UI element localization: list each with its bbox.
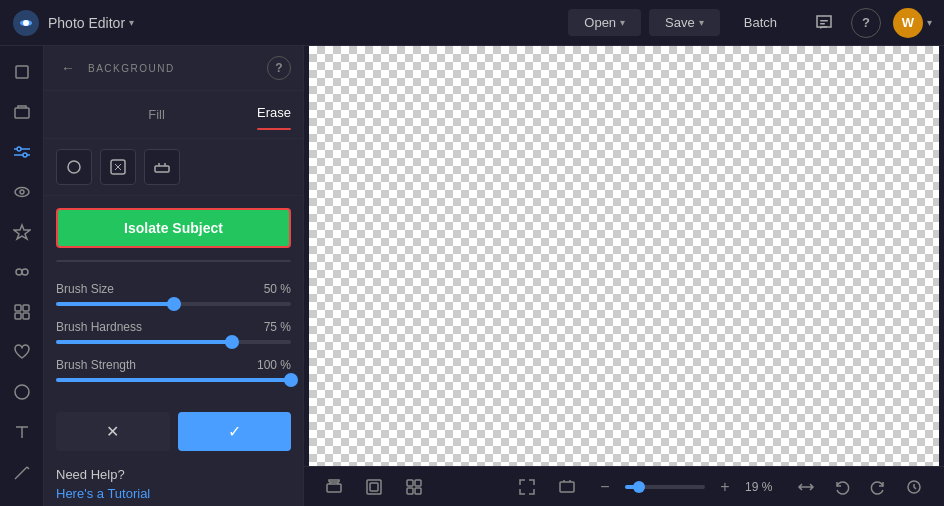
star-icon-button[interactable] [4, 214, 40, 250]
svg-rect-5 [15, 108, 29, 118]
grid-view-icon-button[interactable] [400, 473, 428, 501]
background-panel: ← BACKGROUND ? Fill Erase Isolate S [44, 46, 304, 506]
svg-marker-14 [14, 225, 30, 239]
panel-help-button[interactable]: ? [267, 56, 291, 80]
zoom-slider[interactable] [625, 485, 705, 489]
heart-icon-button[interactable] [4, 334, 40, 370]
brush-hardness-row: Brush Hardness 75 % [56, 320, 291, 344]
icon-sidebar [0, 46, 44, 506]
svg-rect-33 [415, 480, 421, 486]
undo-icon-button[interactable] [828, 473, 856, 501]
open-chevron: ▾ [620, 17, 625, 28]
confirm-button[interactable]: ✓ [178, 412, 292, 451]
svg-rect-34 [407, 488, 413, 494]
svg-rect-35 [415, 488, 421, 494]
brush-hardness-value: 75 % [264, 320, 291, 334]
brush-hardness-slider[interactable] [56, 340, 291, 344]
svg-rect-32 [407, 480, 413, 486]
brush-icon-button[interactable] [4, 454, 40, 490]
avatar-wrapper[interactable]: W ▾ [893, 8, 932, 38]
panel-title: BACKGROUND [88, 63, 259, 74]
panel-tools [44, 139, 303, 196]
svg-rect-19 [15, 313, 21, 319]
zoom-out-button[interactable]: − [593, 475, 617, 499]
chat-icon-button[interactable] [809, 8, 839, 38]
svg-point-15 [16, 269, 22, 275]
history-icon-button[interactable] [900, 473, 928, 501]
user-avatar: W [893, 8, 923, 38]
batch-button[interactable]: Batch [728, 9, 793, 36]
flip-icon-button[interactable] [792, 473, 820, 501]
shape-icon-button[interactable] [4, 374, 40, 410]
brush-size-label: Brush Size [56, 282, 114, 296]
brush-size-row: Brush Size 50 % [56, 282, 291, 306]
effects-icon-button[interactable] [4, 254, 40, 290]
crop-icon-button[interactable] [4, 54, 40, 90]
topbar: Photo Editor ▾ Open ▾ Save ▾ Batch ? W ▾ [0, 0, 944, 46]
brush-strength-fill [56, 378, 291, 382]
svg-point-1 [23, 20, 29, 26]
app-logo [12, 9, 40, 37]
zoom-in-button[interactable]: + [713, 475, 737, 499]
app-title-button[interactable]: Photo Editor ▾ [48, 15, 134, 31]
eye-icon-button[interactable] [4, 174, 40, 210]
save-button[interactable]: Save ▾ [649, 9, 720, 36]
zoom-slider-thumb[interactable] [633, 481, 645, 493]
grid-icon-button[interactable] [4, 294, 40, 330]
topbar-center: Open ▾ Save ▾ Batch [568, 9, 793, 36]
brush-strength-thumb[interactable] [284, 373, 298, 387]
expand-icon-button[interactable] [513, 473, 541, 501]
help-icon-button[interactable]: ? [851, 8, 881, 38]
tab-fill[interactable]: Fill [56, 99, 257, 130]
panel-actions: ✕ ✓ [56, 412, 291, 451]
svg-rect-30 [367, 480, 381, 494]
open-label: Open [584, 15, 616, 30]
slider-section: Brush Size 50 % Brush Hardness 75 % [44, 274, 303, 404]
bottom-right-icons [792, 473, 928, 501]
save-chevron: ▾ [699, 17, 704, 28]
text-icon-button[interactable] [4, 414, 40, 450]
app-title-chevron: ▾ [129, 17, 134, 28]
brush-hardness-label-row: Brush Hardness 75 % [56, 320, 291, 334]
brush-size-thumb[interactable] [167, 297, 181, 311]
avatar-chevron: ▾ [927, 17, 932, 28]
cancel-button[interactable]: ✕ [56, 412, 170, 451]
frame-icon-button[interactable] [360, 473, 388, 501]
brush-hardness-thumb[interactable] [225, 335, 239, 349]
adjustments-icon-button[interactable] [4, 134, 40, 170]
keep-remove-toggle: Keep Remove [56, 260, 291, 262]
help-link[interactable]: Here's a Tutorial [56, 486, 291, 501]
brush-circle-tool-button[interactable] [56, 149, 92, 185]
fullscreen-icon-button[interactable] [553, 473, 581, 501]
brush-strength-slider[interactable] [56, 378, 291, 382]
panel-back-button[interactable]: ← [56, 56, 80, 80]
svg-rect-18 [23, 305, 29, 311]
svg-point-21 [15, 385, 29, 399]
erase-tool-button[interactable] [144, 149, 180, 185]
svg-point-13 [20, 190, 24, 194]
layers-bottom-icon-button[interactable] [320, 473, 348, 501]
tab-erase[interactable]: Erase [257, 99, 291, 126]
topbar-right: ? W ▾ [809, 8, 932, 38]
open-button[interactable]: Open ▾ [568, 9, 641, 36]
redo-icon-button[interactable] [864, 473, 892, 501]
brush-strength-label-row: Brush Strength 100 % [56, 358, 291, 372]
isolate-subject-button[interactable]: Isolate Subject [56, 208, 291, 248]
brush-size-label-row: Brush Size 50 % [56, 282, 291, 296]
canvas[interactable] [309, 46, 939, 466]
svg-rect-28 [155, 166, 169, 172]
brush-size-value: 50 % [264, 282, 291, 296]
panel-header: ← BACKGROUND ? [44, 46, 303, 91]
canvas-area: − + 19 % [304, 46, 944, 506]
remove-button[interactable]: Remove [177, 261, 291, 262]
smart-brush-tool-button[interactable] [100, 149, 136, 185]
brush-size-slider[interactable] [56, 302, 291, 306]
svg-point-26 [68, 161, 80, 173]
svg-line-25 [27, 467, 29, 469]
layers-icon-button[interactable] [4, 94, 40, 130]
save-label: Save [665, 15, 695, 30]
svg-rect-2 [820, 20, 828, 22]
brush-strength-value: 100 % [257, 358, 291, 372]
erase-underline [257, 128, 291, 130]
panel-help: Need Help? Here's a Tutorial [44, 451, 303, 506]
